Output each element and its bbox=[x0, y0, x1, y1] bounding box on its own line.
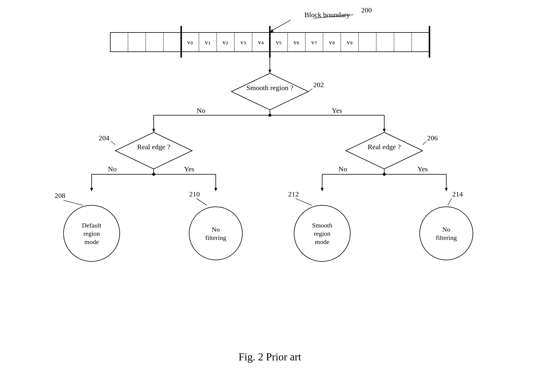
label-208: 208 bbox=[55, 192, 65, 199]
block-boundary-label: Block boundary bbox=[304, 11, 350, 19]
svg-point-62 bbox=[420, 207, 473, 260]
cell-v8: v₈ bbox=[329, 38, 335, 46]
cell-v4: v₄ bbox=[258, 38, 264, 46]
label-no1: No bbox=[197, 107, 205, 114]
label-214: 214 bbox=[452, 190, 463, 198]
svg-line-37 bbox=[111, 141, 115, 145]
cell-v5: v₅ bbox=[276, 38, 282, 46]
svg-marker-55 bbox=[445, 188, 448, 191]
svg-marker-45 bbox=[90, 188, 93, 191]
svg-line-59 bbox=[197, 199, 207, 205]
smooth-region-mode-label3: mode bbox=[315, 238, 330, 245]
smooth-region-mode-label: Smooth bbox=[312, 222, 332, 229]
default-region-mode-label: Default bbox=[82, 222, 101, 229]
label-yes3: Yes bbox=[418, 165, 428, 173]
label-yes1: Yes bbox=[332, 107, 342, 114]
svg-marker-38 bbox=[346, 132, 423, 169]
svg-line-27 bbox=[308, 89, 312, 92]
label-212: 212 bbox=[288, 190, 299, 198]
svg-line-22 bbox=[271, 20, 291, 31]
svg-marker-47 bbox=[214, 188, 217, 191]
label-204: 204 bbox=[99, 134, 109, 142]
default-region-mode-label2: region bbox=[83, 230, 100, 237]
svg-point-58 bbox=[189, 207, 242, 260]
diagram: v₀ v₁ v₂ v₃ v₄ v₅ v₆ v₇ v₈ v₉ Block boun… bbox=[0, 0, 540, 392]
svg-marker-35 bbox=[383, 129, 386, 132]
label-yes2: Yes bbox=[184, 165, 194, 173]
no-filtering-1-label: No bbox=[212, 226, 220, 233]
real-edge-label-1: Real edge ? bbox=[137, 143, 170, 151]
no-filtering-2-label2: filtering bbox=[436, 234, 457, 241]
figure-caption: Fig. 2 Prior art bbox=[239, 351, 301, 363]
svg-marker-36 bbox=[115, 132, 192, 169]
cell-v9: v₉ bbox=[347, 38, 353, 46]
label-202: 202 bbox=[313, 81, 324, 89]
label-210: 210 bbox=[189, 190, 200, 198]
smooth-region-mode-label2: region bbox=[314, 230, 330, 237]
cell-v2: v₂ bbox=[223, 38, 228, 46]
no-filtering-2-label: No bbox=[442, 226, 450, 233]
real-edge-label-2: Real edge ? bbox=[368, 143, 401, 151]
svg-marker-53 bbox=[321, 188, 324, 191]
svg-line-57 bbox=[64, 200, 83, 205]
cell-v0: v₀ bbox=[187, 38, 193, 46]
cell-v3: v₃ bbox=[240, 38, 246, 46]
svg-line-63 bbox=[448, 199, 452, 205]
svg-marker-25 bbox=[268, 70, 271, 73]
svg-line-39 bbox=[423, 141, 427, 145]
svg-line-61 bbox=[296, 199, 312, 205]
label-200: 200 bbox=[361, 6, 372, 14]
no-filtering-1-label2: filtering bbox=[205, 234, 226, 241]
cell-v7: v₇ bbox=[311, 38, 317, 46]
default-region-mode-label3: mode bbox=[85, 238, 99, 245]
label-206: 206 bbox=[427, 134, 438, 142]
smooth-region-label: Smooth region ? bbox=[247, 84, 293, 92]
cell-v1: v₁ bbox=[205, 38, 211, 46]
label-no3: No bbox=[338, 165, 347, 173]
svg-marker-33 bbox=[152, 129, 155, 132]
label-no2: No bbox=[108, 165, 116, 173]
cell-v6: v₆ bbox=[293, 38, 299, 46]
svg-marker-26 bbox=[231, 73, 308, 110]
